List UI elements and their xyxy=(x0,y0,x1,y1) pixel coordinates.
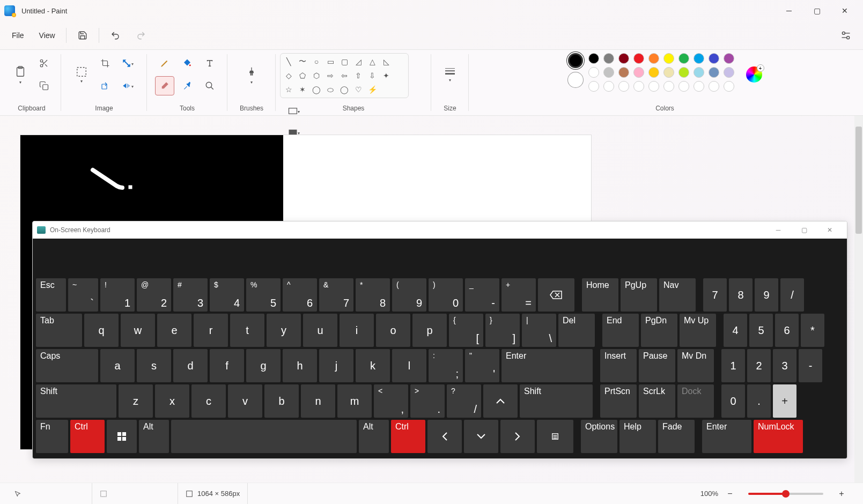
key-num3[interactable]: 3 xyxy=(773,349,796,382)
key-right[interactable] xyxy=(500,420,535,453)
key-numenter[interactable]: Enter xyxy=(702,420,751,453)
key-num2[interactable]: 2 xyxy=(747,349,771,382)
menu-view[interactable]: View xyxy=(32,27,63,44)
shapes-gallery[interactable]: ╲〜○▭▢◿△◺ ◇⬠⬡⇨⇦⇧⇩✦ ☆✶◯⬭◯♡⚡ xyxy=(280,53,409,98)
key-num5[interactable]: 5 xyxy=(749,314,773,347)
key-k[interactable]: k xyxy=(356,349,390,382)
key-num6[interactable]: 6 xyxy=(775,314,799,347)
key-tab[interactable]: Tab xyxy=(36,314,82,347)
key-n[interactable]: n xyxy=(301,384,335,418)
key-equals[interactable]: += xyxy=(501,278,536,312)
text-tool[interactable] xyxy=(200,54,219,73)
color-swatch[interactable] xyxy=(618,67,629,78)
color-1[interactable] xyxy=(568,53,583,68)
color-swatch[interactable] xyxy=(694,81,704,92)
color-swatch[interactable] xyxy=(633,81,644,92)
key-help[interactable]: Help xyxy=(619,420,656,453)
color-swatch[interactable] xyxy=(678,53,689,64)
key-numlock[interactable]: NumLock xyxy=(754,420,803,453)
key-home[interactable]: Home xyxy=(582,278,618,312)
key-bracket-right[interactable]: }] xyxy=(485,314,520,347)
color-swatch[interactable] xyxy=(709,67,719,78)
brushes-button[interactable]: ▾ xyxy=(241,53,262,96)
key-period[interactable]: >. xyxy=(410,384,445,418)
key-pgup[interactable]: PgUp xyxy=(621,278,657,312)
color-swatch[interactable] xyxy=(633,67,644,78)
key-w[interactable]: w xyxy=(121,314,155,347)
osk-titlebar[interactable]: On-Screen Keyboard ─ ▢ ✕ xyxy=(33,221,847,239)
redo-button[interactable] xyxy=(130,26,152,45)
key-scrlk[interactable]: ScrLk xyxy=(639,384,675,418)
key-backslash[interactable]: |\ xyxy=(522,314,556,347)
color-swatch[interactable] xyxy=(724,81,734,92)
key-dock[interactable]: Dock xyxy=(677,384,714,418)
key-options[interactable]: Options xyxy=(581,420,617,453)
edit-colors-button[interactable] xyxy=(746,66,762,83)
key-quote[interactable]: "' xyxy=(465,349,499,382)
key-e[interactable]: e xyxy=(157,314,191,347)
scrollbar-vertical[interactable] xyxy=(854,116,863,483)
key-g[interactable]: g xyxy=(246,349,281,382)
fill-tool[interactable] xyxy=(178,54,197,73)
zoom-slider[interactable] xyxy=(748,493,823,495)
key-4[interactable]: $4 xyxy=(210,278,244,312)
select-button[interactable]: ▾ xyxy=(71,60,92,90)
color-swatch[interactable] xyxy=(603,53,614,64)
color-swatch[interactable] xyxy=(603,81,614,92)
color-swatch[interactable] xyxy=(724,67,734,78)
cut-button[interactable] xyxy=(34,54,54,73)
color-swatch[interactable] xyxy=(663,53,674,64)
key-num4[interactable]: 4 xyxy=(724,314,747,347)
pencil-tool[interactable] xyxy=(155,54,174,73)
color-swatch[interactable] xyxy=(709,53,719,64)
key-v[interactable]: v xyxy=(228,384,262,418)
paste-button[interactable]: ▾ xyxy=(10,60,31,90)
key-enter[interactable]: Enter xyxy=(501,349,593,382)
key-j[interactable]: j xyxy=(319,349,353,382)
key-semicolon[interactable]: :; xyxy=(429,349,463,382)
key-mvdn[interactable]: Mv Dn xyxy=(677,349,714,382)
key-num9[interactable]: 9 xyxy=(755,278,778,312)
color-2[interactable] xyxy=(568,72,583,87)
key-l[interactable]: l xyxy=(392,349,426,382)
color-swatch[interactable] xyxy=(588,67,599,78)
key-z[interactable]: z xyxy=(119,384,153,418)
flip-button[interactable]: ▾ xyxy=(118,76,137,95)
close-button[interactable]: ✕ xyxy=(831,0,859,21)
key-r[interactable]: r xyxy=(194,314,228,347)
key-pause[interactable]: Pause xyxy=(639,349,675,382)
menu-file[interactable]: File xyxy=(4,27,32,44)
maximize-button[interactable]: ▢ xyxy=(803,0,831,21)
key-fade[interactable]: Fade xyxy=(658,420,695,453)
key-9[interactable]: (9 xyxy=(392,278,426,312)
color-swatch[interactable] xyxy=(709,81,719,92)
zoom-tool[interactable] xyxy=(200,76,219,95)
key-win[interactable] xyxy=(107,420,137,453)
key-2[interactable]: @2 xyxy=(137,278,171,312)
key-x[interactable]: x xyxy=(155,384,189,418)
key-0[interactable]: )0 xyxy=(429,278,463,312)
key-7[interactable]: &7 xyxy=(319,278,353,312)
key-down[interactable] xyxy=(464,420,498,453)
key-nav[interactable]: Nav xyxy=(659,278,696,312)
key-t[interactable]: t xyxy=(230,314,264,347)
key-comma[interactable]: <, xyxy=(374,384,408,418)
color-swatch[interactable] xyxy=(618,81,629,92)
key-menu[interactable] xyxy=(537,420,573,453)
key-d[interactable]: d xyxy=(173,349,208,382)
key-del[interactable]: Del xyxy=(558,314,595,347)
key-pgdn[interactable]: PgDn xyxy=(641,314,677,347)
crop-button[interactable] xyxy=(95,54,115,73)
key-b[interactable]: b xyxy=(264,384,299,418)
color-swatch[interactable] xyxy=(678,81,689,92)
osk-maximize-button[interactable]: ▢ xyxy=(791,221,817,239)
key-1[interactable]: !1 xyxy=(100,278,135,312)
key-3[interactable]: #3 xyxy=(173,278,208,312)
key-6[interactable]: ^6 xyxy=(283,278,317,312)
key-5[interactable]: %5 xyxy=(246,278,281,312)
zoom-in-button[interactable]: + xyxy=(834,489,849,499)
key-left[interactable] xyxy=(427,420,462,453)
undo-button[interactable] xyxy=(105,26,126,45)
rotate-button[interactable] xyxy=(95,76,115,95)
key-minus[interactable]: _- xyxy=(465,278,499,312)
